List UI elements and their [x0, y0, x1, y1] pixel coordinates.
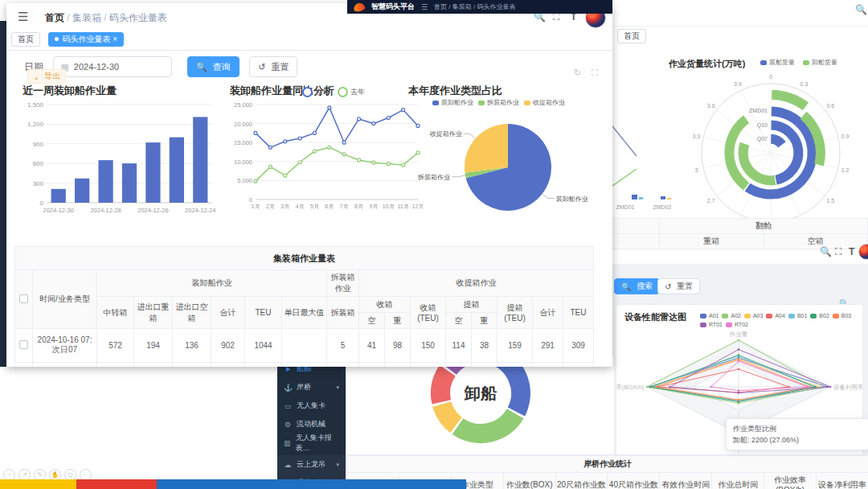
app-brand: 智慧码头平台 [371, 2, 415, 12]
search-button[interactable]: 🔍 搜索 [614, 278, 660, 294]
date-input[interactable]: ▦ 2024-12-30 [53, 56, 172, 77]
avatar[interactable] [858, 244, 868, 260]
svg-text:1.2: 1.2 [841, 167, 850, 173]
tab-dock-report[interactable]: 码头作业量表 × [48, 32, 124, 47]
right-tab-home[interactable]: 首页 [617, 29, 646, 43]
legend-item[interactable]: A04 [766, 313, 784, 318]
query-button[interactable]: 🔍 查询 [187, 56, 240, 77]
svg-text:10月: 10月 [383, 203, 395, 210]
taskbar-segment-red[interactable] [76, 479, 157, 489]
svg-text:3.9: 3.9 [734, 81, 742, 87]
export-tag[interactable]: ⌄ 导出 [27, 69, 66, 84]
font-size-icon[interactable]: T [849, 246, 854, 257]
svg-text:1.5: 1.5 [826, 198, 834, 203]
donut-chart: 卸船 [420, 356, 541, 454]
fullscreen-icon[interactable]: ⛶ [835, 246, 841, 257]
legend-item[interactable]: 卸船货量 [803, 58, 837, 67]
flip-group-header: 翻舱 [660, 219, 868, 234]
svg-text:1,200: 1,200 [27, 121, 44, 128]
table-row[interactable]: 2024-10-16 至 202 [15, 363, 594, 368]
tab-home[interactable]: 首页 [11, 32, 40, 47]
svg-text:3月: 3月 [280, 203, 289, 210]
svg-text:作业量: 作业量 [729, 331, 748, 338]
legend-item[interactable]: 去年 [338, 87, 365, 97]
svg-text:0: 0 [40, 199, 44, 207]
select-all-checkbox[interactable] [19, 294, 28, 303]
crane-table-header: 20尺箱作业数 [555, 473, 608, 489]
app-nav-breadcrumb: 首页 / 集装箱 / 码头作业量表 [434, 2, 515, 11]
pie-chart-title: 本年度作业类型占比 [408, 84, 502, 98]
hamburger-icon[interactable]: ☰ [421, 3, 428, 11]
collapse-menu-icon[interactable]: ☰ [18, 10, 28, 24]
svg-text:10,000: 10,000 [234, 158, 252, 166]
truck-icon: ▭ [284, 402, 292, 410]
dark-app-header: 智慧码头平台 ☰ 首页 / 集装箱 / 码头作业量表 [347, 0, 612, 14]
svg-text:5月: 5月 [310, 203, 319, 210]
taskbar-segment-blue[interactable] [157, 479, 466, 489]
svg-text:作业效率(BOX/h): 作业效率(BOX/h) [616, 384, 644, 391]
svg-text:装卸船作业: 装卸船作业 [556, 195, 588, 203]
svg-text:0.9: 0.9 [841, 134, 850, 139]
crane-icon: ⚓ [284, 384, 292, 392]
legend-item[interactable]: A02 [722, 313, 740, 318]
table-row[interactable]: 2024-10-16 07:次日075721941369021044541981… [15, 329, 594, 363]
svg-text:9月: 9月 [369, 203, 378, 210]
svg-text:7月: 7月 [340, 203, 349, 210]
crane-table-header: 40尺箱作业数 [608, 473, 660, 489]
bar-chart: 03006009001,2001,5002024-12-302024-12-28… [16, 97, 217, 224]
crane-table-header: 作业总时间 [712, 473, 764, 489]
svg-text:600: 600 [33, 160, 44, 167]
crane-table-header: 作业效率(BOX/h) [764, 473, 817, 489]
svg-text:2024-12-30: 2024-12-30 [43, 207, 74, 214]
legend-item[interactable]: B03 [833, 313, 851, 318]
crane-table-header: 有效作业时间 [660, 473, 712, 489]
machine-icon: ⚙ [284, 421, 292, 429]
line-legend: 今年去年 [302, 87, 365, 97]
svg-text:Q10: Q10 [757, 122, 768, 129]
sidebar-item-2[interactable]: ⚓岸桥▾ [277, 378, 346, 397]
legend-item[interactable]: A03 [744, 313, 763, 318]
breadcrumb: 首页 / 集装箱 / 码头作业量表 [45, 11, 167, 25]
main-window: ☰ 首页 / 集装箱 / 码头作业量表 🔍 ⛶ T 首页 码头作业量表 × 日期… [6, 3, 612, 367]
app-logo-icon [353, 2, 366, 12]
donut-card: 卸船 [346, 356, 615, 456]
tab-bar: 首页 码头作业量表 × [6, 29, 612, 51]
container-table: 集装箱作业量表时间/业务类型装卸船作业拆装箱作业收提箱作业中转箱进出口重箱进出口… [14, 246, 593, 367]
container-ops-table: 集装箱作业量表时间/业务类型装卸船作业拆装箱作业收提箱作业中转箱进出口重箱进出口… [14, 246, 594, 367]
svg-text:1月: 1月 [252, 203, 260, 210]
svg-text:4月: 4月 [296, 203, 305, 210]
taskbar-segment-yellow[interactable] [0, 479, 76, 489]
flip-table: 翻舱 重箱 空箱 [609, 218, 868, 249]
legend-item[interactable]: B01 [788, 313, 807, 318]
svg-text:2024-12-24: 2024-12-24 [185, 207, 215, 214]
expand-icon[interactable]: ⛶ [592, 68, 598, 78]
crane-table-header: 作业数(BOX) [503, 473, 555, 489]
svg-text:3.6: 3.6 [707, 103, 715, 109]
row-checkbox[interactable] [19, 340, 28, 349]
reset-button[interactable]: ↺ 重置 [657, 278, 700, 294]
sidebar-item-3[interactable]: ▭无人集卡 [277, 397, 346, 415]
refresh-icon[interactable]: ↻ [574, 68, 581, 78]
background-sidebar-strip [0, 21, 6, 367]
search-icon[interactable]: 🔍 [820, 246, 832, 257]
partial-chart: ZMD01ZMD02 [609, 111, 682, 216]
search-icon[interactable]: 🔍 [855, 4, 867, 15]
legend-item[interactable]: A01 [700, 313, 719, 318]
divider [609, 26, 868, 27]
screenshot-toolbar-overlay: ↑↗✎✋Q⋯ [0, 469, 466, 489]
svg-text:0.3: 0.3 [800, 81, 808, 87]
svg-text:0: 0 [249, 196, 252, 203]
legend-item[interactable]: B02 [810, 313, 829, 318]
flip-col-full: 重箱 [660, 234, 764, 249]
crane-table-header: 设备净利用率 [817, 473, 868, 489]
svg-text:6月: 6月 [325, 203, 334, 210]
legend-item[interactable]: 今年 [302, 87, 330, 97]
cloud-icon: ☁ [284, 461, 292, 469]
svg-text:2月: 2月 [266, 203, 275, 210]
legend-item[interactable]: 装船货量 [760, 58, 795, 67]
sidebar-item-5[interactable]: ▥无人集卡报表… [277, 434, 346, 452]
polar-legend: 装船货量卸船货量 [760, 58, 837, 67]
svg-text:收提箱作业: 收提箱作业 [430, 130, 462, 138]
reset-button[interactable]: ↺ 重置 [249, 56, 297, 77]
sidebar-item-4[interactable]: ⚙流动机械 [277, 415, 346, 434]
